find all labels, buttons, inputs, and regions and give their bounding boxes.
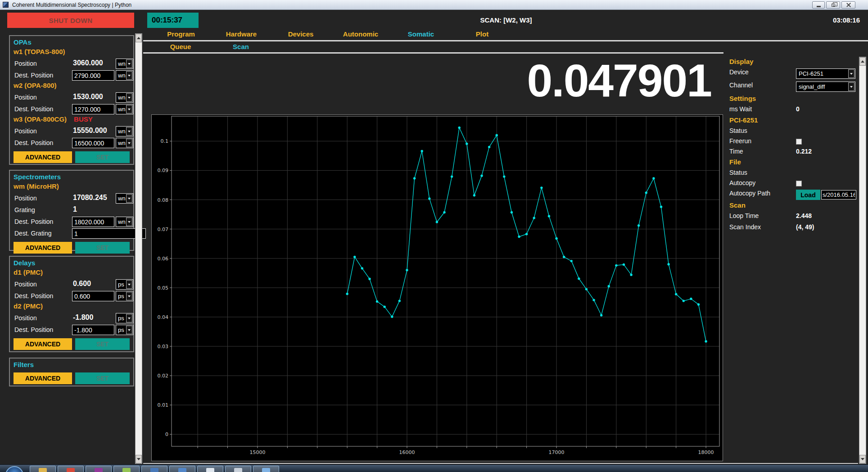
group-header: OPAs (14, 38, 130, 48)
unit-select[interactable]: wn (116, 193, 133, 204)
hardware-subheader: d2 (PMC) (14, 302, 130, 313)
window-bottom-border (143, 463, 858, 464)
tab-queue[interactable]: Queue (156, 43, 205, 50)
set-button[interactable]: SET (75, 151, 130, 163)
chevron-down-icon (848, 69, 854, 78)
tab-somatic[interactable]: Somatic (396, 30, 446, 38)
shutdown-button[interactable]: SHUT DOWN (7, 13, 134, 28)
dest-position-input[interactable] (72, 325, 114, 335)
unit-select[interactable]: wn (116, 104, 133, 114)
svg-text:0.04: 0.04 (158, 314, 169, 320)
right-panel-scrollbar[interactable] (859, 57, 866, 464)
chevron-down-icon (126, 326, 132, 334)
freerun-row: Freerun (729, 137, 858, 148)
field-label: Position (14, 60, 37, 67)
field-label: Loop Time (729, 212, 759, 219)
tab-scan[interactable]: Scan (216, 43, 266, 50)
field-label: Dest. Position (14, 105, 53, 113)
unit-select[interactable]: ps (116, 291, 133, 301)
autocopy-row: Autocopy (729, 179, 858, 190)
scroll-up-icon[interactable] (859, 57, 866, 66)
restore-button[interactable] (826, 1, 840, 9)
scroll-up-icon[interactable] (136, 34, 142, 42)
close-button[interactable] (841, 1, 855, 9)
unit-select[interactable]: wn (116, 126, 133, 136)
section-header: File (729, 158, 858, 169)
start-button[interactable] (5, 466, 23, 472)
svg-text:0.09: 0.09 (158, 168, 169, 173)
dest-position-input[interactable] (72, 138, 114, 148)
device-select[interactable]: PCI-6251 (796, 68, 855, 79)
unit-label: ps (118, 281, 124, 288)
unit-select[interactable]: wn (116, 70, 133, 81)
unit-select[interactable]: wn (116, 92, 133, 103)
advanced-button[interactable]: ADVANCED (14, 372, 72, 384)
taskbar-app-button[interactable] (30, 466, 56, 472)
dest-position-input[interactable] (72, 217, 114, 227)
field-row: Position 1530.000 wn (14, 92, 130, 104)
scroll-down-icon[interactable] (136, 455, 142, 463)
scan-index-value: (4, 49) (796, 223, 814, 231)
advanced-button[interactable]: ADVANCED (14, 338, 72, 350)
chevron-down-icon (126, 59, 132, 68)
advanced-button[interactable]: ADVANCED (14, 242, 72, 254)
field-label: Dest. Position (14, 139, 53, 146)
svg-text:0.03: 0.03 (158, 344, 169, 349)
set-button[interactable]: SET (75, 338, 130, 350)
tab-autonomic[interactable]: Autonomic (336, 30, 385, 38)
scroll-down-icon[interactable] (859, 455, 866, 463)
hardware-subheader: w2 (OPA-800) (14, 82, 130, 92)
autocopy-checkbox[interactable] (796, 181, 802, 186)
loop-time-value: 2.448 (796, 212, 812, 219)
taskbar-app-button[interactable] (86, 466, 112, 472)
chevron-down-icon (126, 194, 132, 203)
hardware-name: w3 (OPA-800CG) (14, 115, 67, 126)
dest-position-input[interactable] (72, 291, 114, 301)
field-label: Dest. Position (14, 218, 53, 225)
tab-devices[interactable]: Devices (276, 30, 326, 38)
green-app-icon (122, 468, 131, 472)
tab-plot[interactable]: Plot (457, 30, 507, 38)
unit-label: wn (118, 94, 126, 101)
svg-text:w3 (wn): w3 (wn) (330, 460, 353, 461)
taskbar-app-button[interactable] (58, 466, 84, 472)
taskbar-app-button[interactable] (253, 466, 279, 472)
taskbar (0, 464, 868, 472)
freerun-checkbox[interactable] (796, 139, 802, 145)
sidebar-scrollbar[interactable] (135, 33, 142, 464)
chevron-down-icon (126, 127, 132, 136)
taskbar-app-button[interactable] (169, 466, 195, 472)
tab-hardware[interactable]: Hardware (217, 30, 266, 38)
taskbar-app-button[interactable] (113, 466, 140, 472)
svg-text:15000: 15000 (249, 449, 265, 455)
advanced-button[interactable]: ADVANCED (14, 151, 72, 163)
main-tab-underline (143, 40, 868, 41)
taskbar-app-button[interactable] (141, 466, 167, 472)
unit-select[interactable]: wn (116, 59, 133, 69)
taskbar-app-button[interactable] (225, 466, 251, 472)
tab-program[interactable]: Program (156, 30, 206, 38)
section-header: Settings (729, 95, 858, 105)
field-row: Position 17080.245 wn (14, 193, 130, 204)
channel-select[interactable]: signal_diff (796, 82, 855, 92)
load-button[interactable]: Load (796, 190, 820, 200)
svg-text:0.05: 0.05 (158, 285, 169, 291)
taskbar-app-button[interactable] (197, 466, 223, 472)
dest-position-input[interactable] (72, 70, 114, 81)
unit-select[interactable]: ps (116, 325, 133, 335)
svg-text:17000: 17000 (549, 449, 565, 455)
group-header: Delays (14, 259, 130, 268)
set-button[interactable]: SET (75, 372, 130, 384)
unit-select[interactable]: ps (116, 313, 133, 323)
hardware-subheader: d1 (PMC) (14, 268, 130, 279)
loop-time-row: Loop Time 2.448 (729, 212, 858, 223)
minimize-icon (817, 6, 821, 7)
unit-select[interactable]: wn (116, 217, 133, 227)
set-button[interactable]: SET (75, 242, 130, 254)
field-row: Position 0.600 ps (14, 279, 130, 290)
dest-position-input[interactable] (72, 104, 114, 114)
autocopy-path-input[interactable] (821, 190, 856, 200)
minimize-button[interactable] (812, 1, 825, 9)
unit-select[interactable]: wn (116, 138, 133, 148)
unit-select[interactable]: ps (116, 279, 133, 290)
